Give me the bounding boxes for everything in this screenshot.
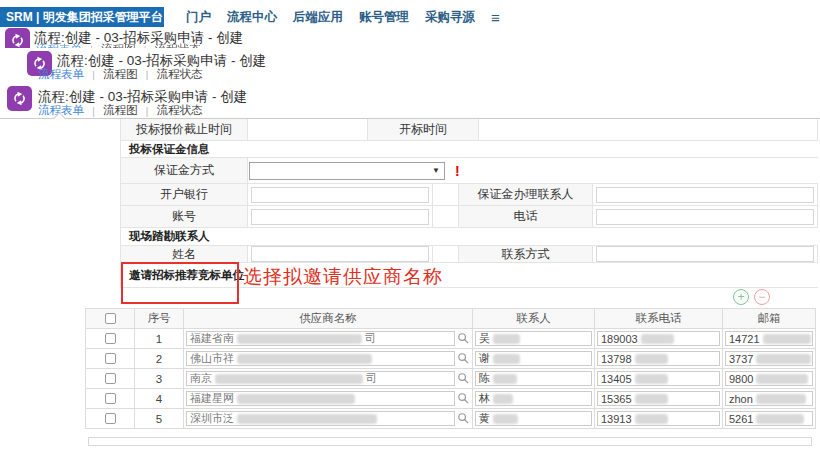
redaction-blur: [237, 354, 372, 364]
tab-flow-diagram[interactable]: 流程图: [103, 103, 138, 118]
deposit-method-label: 保证金方式: [121, 158, 248, 183]
table-footer-strip: [88, 437, 812, 446]
account-label: 账号: [121, 206, 248, 227]
app-brand: SRM | 明发集团招采管理平台: [0, 7, 164, 27]
annotation-note: 选择拟邀请供应商名称: [243, 264, 443, 290]
contact-fragment: 黄: [479, 411, 490, 426]
tab-flow-status[interactable]: 流程状态: [157, 103, 203, 118]
email-fragment: zhon: [729, 393, 753, 405]
search-icon[interactable]: [457, 372, 470, 385]
contact-fragment: 谢: [479, 351, 490, 366]
name-input[interactable]: [251, 246, 429, 262]
deposit-contact-input[interactable]: [596, 187, 814, 203]
select-all-checkbox[interactable]: [105, 313, 116, 324]
supplier-name-input[interactable]: 福建省南 司: [186, 331, 455, 346]
table-row: 5 深圳市泛 黄 13913: [86, 409, 816, 429]
phone-cell-input[interactable]: 15365: [597, 391, 720, 406]
redaction-blur: [215, 374, 363, 384]
search-icon[interactable]: [457, 352, 470, 365]
phone-cell-input[interactable]: 13913: [597, 411, 720, 426]
redaction-blur: [756, 374, 808, 384]
bid-deadline-label: 投标报价截止时间: [121, 119, 248, 140]
hamburger-menu-icon[interactable]: ≡: [491, 9, 500, 26]
account-input[interactable]: [251, 209, 429, 225]
phone-fragment: 13798: [601, 353, 632, 365]
nav-item-backend-apps[interactable]: 后端应用: [293, 9, 343, 26]
row-checkbox[interactable]: [105, 413, 116, 424]
phone-cell-input[interactable]: 189003: [597, 331, 720, 346]
phone-fragment: 15365: [601, 393, 632, 405]
redaction-blur: [763, 334, 811, 344]
supplier-name-fragment: 福建星网: [190, 391, 234, 406]
row-checkbox[interactable]: [105, 353, 116, 364]
redaction-blur: [641, 334, 674, 344]
table-row: 1 福建省南 司 吴 189003: [86, 329, 816, 349]
name-label: 姓名: [121, 246, 248, 262]
row-checkbox[interactable]: [105, 393, 116, 404]
redaction-blur: [635, 414, 668, 424]
deposit-method-select[interactable]: ▼: [249, 162, 445, 180]
redaction-blur: [493, 354, 520, 364]
redaction-blur: [756, 354, 811, 364]
col-header-email: 邮箱: [723, 309, 816, 329]
bid-deadline-input[interactable]: [248, 119, 368, 140]
supplier-name-fragment: 福建省南: [190, 331, 234, 346]
email-cell-input[interactable]: 14721: [725, 331, 813, 346]
process-header-block: 流程:创建 - 03-招标采购申请 - 创建 流程表单 | 流程图 | 流程状态: [0, 48, 430, 79]
email-cell-input[interactable]: zhon: [725, 391, 813, 406]
contact-input[interactable]: 林: [475, 391, 592, 406]
email-fragment: 9800: [729, 373, 753, 385]
redaction-blur: [493, 414, 518, 424]
row-seq: 4: [135, 389, 184, 409]
remove-row-button[interactable]: −: [754, 289, 770, 305]
email-cell-input[interactable]: 5261: [725, 411, 813, 426]
redaction-blur: [756, 394, 806, 404]
search-icon[interactable]: [457, 412, 470, 425]
row-checkbox[interactable]: [105, 333, 116, 344]
nav-item-sourcing[interactable]: 采购寻源: [425, 9, 475, 26]
search-icon[interactable]: [457, 392, 470, 405]
nav-item-process-center[interactable]: 流程中心: [227, 9, 277, 26]
supplier-name-fragment: 佛山市祥: [190, 351, 234, 366]
contact-fragment: 陈: [479, 371, 490, 386]
chevron-down-icon: ▼: [432, 166, 440, 175]
email-fragment: 3737: [729, 353, 753, 365]
deposit-contact-label: 保证金办理联系人: [459, 184, 593, 205]
redaction-blur: [493, 374, 517, 384]
add-row-button[interactable]: +: [733, 289, 749, 305]
bank-input[interactable]: [251, 187, 429, 203]
phone-fragment: 13405: [601, 373, 632, 385]
search-icon[interactable]: [457, 332, 470, 345]
phone-fragment: 189003: [601, 333, 638, 345]
supplier-name-fragment: 南京: [190, 371, 212, 386]
supplier-name-fragment: 司: [365, 331, 376, 346]
supplier-name-input[interactable]: 福建星网: [186, 391, 455, 406]
redaction-blur: [756, 414, 804, 424]
email-cell-input[interactable]: 9800: [725, 371, 813, 386]
supplier-name-input[interactable]: 南京 司: [186, 371, 455, 386]
contact-input[interactable]: 黄: [475, 411, 592, 426]
email-cell-input[interactable]: 3737: [725, 351, 813, 366]
phone-cell-input[interactable]: 13798: [597, 351, 720, 366]
contact-method-input[interactable]: [596, 246, 814, 262]
contact-fragment: 林: [479, 391, 490, 406]
row-seq: 5: [135, 409, 184, 429]
phone-input[interactable]: [596, 209, 814, 225]
tab-separator: |: [92, 69, 95, 81]
table-header-row: 序号 供应商名称 联系人 联系电话 邮箱: [86, 309, 816, 329]
contact-input[interactable]: 吴: [475, 331, 592, 346]
invite-section-header: 邀请招标推荐竞标单位: [121, 263, 818, 288]
row-checkbox[interactable]: [105, 373, 116, 384]
open-time-input[interactable]: [479, 119, 818, 140]
nav-item-account-mgmt[interactable]: 账号管理: [359, 9, 409, 26]
supplier-name-input[interactable]: 深圳市泛: [186, 411, 455, 426]
phone-fragment: 13913: [601, 413, 632, 425]
redaction-blur: [635, 374, 668, 384]
contact-input[interactable]: 陈: [475, 371, 592, 386]
nav-item-portal[interactable]: 门户: [186, 9, 211, 26]
redaction-blur: [493, 334, 520, 344]
phone-cell-input[interactable]: 13405: [597, 371, 720, 386]
contact-input[interactable]: 谢: [475, 351, 592, 366]
row-buttons: + −: [733, 289, 770, 305]
supplier-name-input[interactable]: 佛山市祥: [186, 351, 455, 366]
